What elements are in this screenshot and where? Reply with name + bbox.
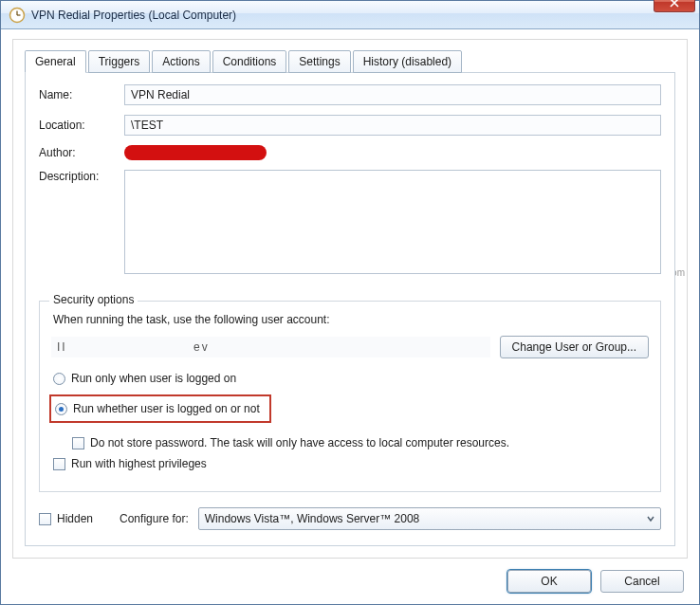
configure-for-dropdown[interactable]: Windows Vista™, Windows Server™ 2008 (198, 507, 661, 530)
configure-for-label: Configure for: (120, 512, 189, 525)
radio-icon (55, 403, 67, 415)
tab-body-general: Name: Location: Author: Description: Sec (25, 72, 675, 546)
location-label: Location: (39, 119, 124, 132)
row-description: Description: (39, 170, 661, 274)
close-button[interactable] (654, 0, 695, 12)
tab-conditions[interactable]: Conditions (212, 50, 287, 73)
highest-privileges-label: Run with highest privileges (71, 457, 207, 470)
tab-triggers[interactable]: Triggers (88, 50, 151, 73)
clock-icon (9, 7, 26, 24)
dialog-buttons: OK Cancel (12, 559, 688, 593)
checkbox-icon (53, 458, 65, 470)
radio-run-logged-on[interactable]: Run only when user is logged on (53, 372, 649, 385)
chevron-down-icon (647, 515, 654, 522)
author-redacted (124, 145, 267, 160)
security-prompt: When running the task, use the following… (53, 313, 649, 326)
highlight-run-whether: Run whether user is logged on or not (49, 394, 271, 423)
name-input[interactable] (124, 84, 661, 105)
row-name: Name: (39, 84, 661, 105)
description-label: Description: (39, 170, 124, 183)
radio-label-whether: Run whether user is logged on or not (73, 402, 260, 415)
description-input[interactable] (124, 170, 661, 274)
account-row: Change User or Group... (51, 336, 649, 358)
tab-settings[interactable]: Settings (288, 50, 350, 73)
dialog-window: VPN Redial Properties (Local Computer) G… (0, 0, 700, 605)
configure-for-value: Windows Vista™, Windows Server™ 2008 (205, 512, 420, 525)
check-hidden[interactable]: Hidden (39, 512, 93, 525)
tab-history[interactable]: History (disabled) (353, 50, 462, 73)
checkbox-icon (72, 437, 84, 449)
row-location: Location: (39, 115, 661, 136)
checkbox-icon (39, 513, 51, 525)
row-author: Author: (39, 145, 661, 160)
close-icon (670, 0, 679, 8)
cancel-button[interactable]: Cancel (600, 570, 684, 593)
content-frame: General Triggers Actions Conditions Sett… (12, 39, 688, 559)
window-title: VPN Redial Properties (Local Computer) (31, 9, 654, 22)
radio-icon (53, 373, 65, 385)
name-label: Name: (39, 88, 124, 101)
tab-actions[interactable]: Actions (152, 50, 210, 73)
account-display (51, 337, 490, 358)
radio-run-whether[interactable]: Run whether user is logged on or not (55, 402, 260, 415)
titlebar: VPN Redial Properties (Local Computer) (1, 1, 699, 29)
security-legend: Security options (49, 293, 138, 306)
change-user-button[interactable]: Change User or Group... (500, 336, 649, 358)
no-store-password-label: Do not store password. The task will onl… (90, 436, 509, 449)
location-input (124, 115, 661, 136)
tab-strip: General Triggers Actions Conditions Sett… (25, 50, 675, 73)
author-label: Author: (39, 146, 124, 159)
ok-button[interactable]: OK (507, 570, 591, 593)
security-options-group: Security options When running the task, … (39, 301, 661, 492)
check-highest-privileges[interactable]: Run with highest privileges (53, 457, 649, 470)
bottom-row: Hidden Configure for: Windows Vista™, Wi… (39, 507, 661, 530)
hidden-label: Hidden (57, 512, 93, 525)
client-area: General Triggers Actions Conditions Sett… (1, 29, 699, 604)
tab-general[interactable]: General (25, 50, 86, 73)
check-no-store-password[interactable]: Do not store password. The task will onl… (72, 436, 649, 449)
radio-label-logged-on: Run only when user is logged on (71, 372, 236, 385)
